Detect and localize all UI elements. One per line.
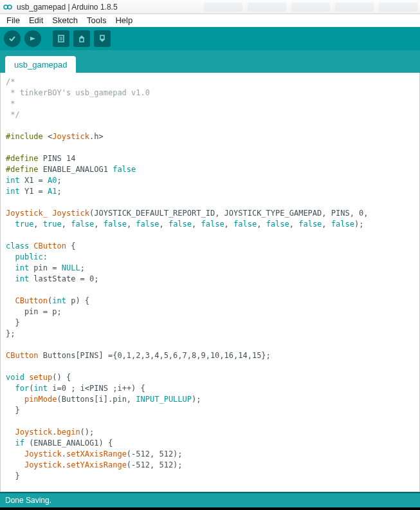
menu-bar: File Edit Sketch Tools Help: [0, 14, 420, 27]
upload-button[interactable]: [24, 30, 41, 47]
sketch-tabstrip: usb_gamepad: [0, 50, 420, 73]
verify-button[interactable]: [4, 30, 21, 47]
window-titlebar: usb_gamepad | Arduino 1.8.5: [0, 0, 420, 14]
console-output: [0, 507, 420, 510]
svg-rect-8: [80, 38, 84, 42]
svg-marker-2: [30, 37, 35, 41]
background-tabs: [204, 3, 417, 12]
menu-help[interactable]: Help: [111, 14, 136, 26]
save-sketch-button[interactable]: [94, 30, 111, 47]
menu-file[interactable]: File: [3, 14, 24, 26]
status-bar: Done Saving.: [0, 492, 420, 507]
svg-point-1: [8, 5, 12, 9]
menu-sketch[interactable]: Sketch: [48, 14, 82, 26]
svg-rect-10: [100, 35, 104, 39]
code-content[interactable]: /* * tinkerBOY's usb_gamepad v1.0 * */ #…: [1, 73, 419, 489]
svg-point-0: [4, 5, 8, 9]
code-editor[interactable]: /* * tinkerBOY's usb_gamepad v1.0 * */ #…: [0, 73, 420, 492]
menu-edit[interactable]: Edit: [25, 14, 47, 26]
toolbar: [0, 27, 420, 50]
open-sketch-button[interactable]: [73, 30, 90, 47]
status-text: Done Saving.: [5, 496, 51, 505]
new-sketch-button[interactable]: [53, 30, 69, 47]
arduino-logo-icon: [3, 2, 13, 12]
window-title: usb_gamepad | Arduino 1.8.5: [17, 3, 118, 12]
menu-tools[interactable]: Tools: [83, 14, 110, 26]
tab-usb-gamepad[interactable]: usb_gamepad: [5, 56, 76, 73]
